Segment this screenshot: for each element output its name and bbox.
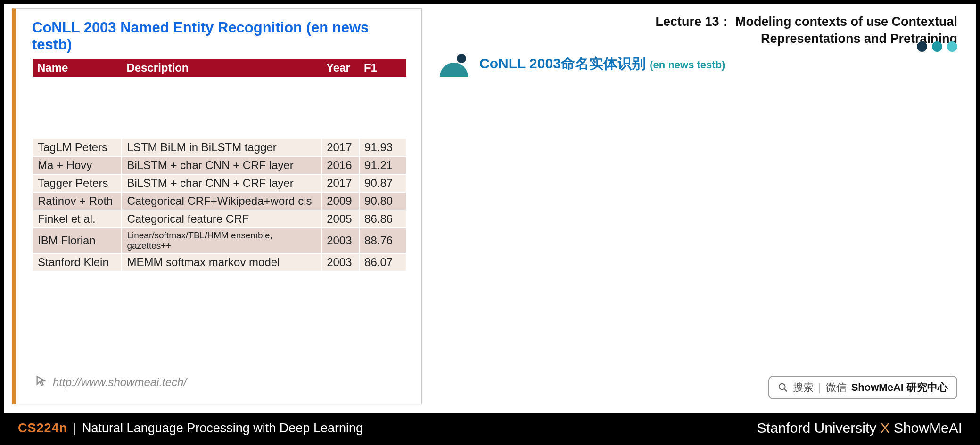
- table-cell: 2009: [321, 192, 359, 210]
- search-icon: [778, 382, 788, 393]
- footer-url-text: http://www.showmeai.tech/: [53, 376, 187, 389]
- header-f1: F1: [359, 59, 406, 77]
- table-spacer: [33, 77, 406, 138]
- search-source-label: 微信: [826, 380, 847, 395]
- dot-light: [947, 41, 957, 52]
- table-row: Ratinov + RothCategorical CRF+Wikipeda+w…: [33, 192, 406, 210]
- section-text-wrap: CoNLL 2003命名实体识别 (en news testb): [479, 54, 725, 73]
- table-cell: 86.07: [359, 253, 406, 271]
- lecture-title-line2: Representations and Pretraining: [449, 30, 957, 47]
- bar-separator: |: [73, 421, 76, 436]
- left-pane: CoNLL 2003 Named Entity Recognition (en …: [4, 4, 430, 413]
- header-year: Year: [321, 59, 359, 77]
- table-row: Tagger PetersBiLSTM + char CNN + CRF lay…: [33, 174, 406, 192]
- table-cell: MEMM softmax markov model: [122, 253, 321, 271]
- org-left: Stanford University: [757, 420, 876, 436]
- table-cell: 2003: [321, 228, 359, 253]
- lecture-title-line1: Lecture 13： Modeling contexts of use Con…: [449, 13, 957, 30]
- section-title-sub: (en news testb): [650, 59, 725, 71]
- section-title-main: CoNLL 2003命名实体识别: [479, 56, 646, 71]
- table-cell: 2003: [321, 253, 359, 271]
- table-row: Ma + HovyBiLSTM + char CNN + CRF layer20…: [33, 156, 406, 174]
- table-cell: 90.80: [359, 192, 406, 210]
- svg-point-0: [779, 384, 785, 390]
- search-strong: ShowMeAI 研究中心: [851, 380, 948, 395]
- table-cell: IBM Florian: [33, 228, 122, 253]
- section-heading: CoNLL 2003命名实体识别 (en news testb): [440, 51, 957, 77]
- search-box[interactable]: 搜索 | 微信 ShowMeAI 研究中心: [768, 376, 957, 399]
- table-row: Stanford KleinMEMM softmax markov model2…: [33, 253, 406, 271]
- table-cell: Ma + Hovy: [33, 156, 122, 174]
- table-cell: 2017: [321, 174, 359, 192]
- table-cell: 91.93: [359, 138, 406, 156]
- slide-canvas: CoNLL 2003 Named Entity Recognition (en …: [4, 4, 976, 413]
- table-cell: BiLSTM + char CNN + CRF layer: [122, 174, 321, 192]
- table-row: Finkel et al.Categorical feature CRF2005…: [33, 210, 406, 228]
- table-row: IBM FlorianLinear/softmax/TBL/HMM ensemb…: [33, 228, 406, 253]
- slide-title: CoNLL 2003 Named Entity Recognition (en …: [32, 19, 405, 53]
- cursor-icon: [35, 374, 48, 390]
- lecture-title: Lecture 13： Modeling contexts of use Con…: [449, 13, 957, 48]
- search-placeholder: 搜索: [793, 380, 814, 395]
- bottom-bar: CS224n | Natural Language Processing wit…: [4, 415, 976, 441]
- course-code: CS224n: [18, 421, 67, 436]
- right-pane: Lecture 13： Modeling contexts of use Con…: [430, 4, 976, 413]
- table-cell: Categorical feature CRF: [122, 210, 321, 228]
- embedded-slide: CoNLL 2003 Named Entity Recognition (en …: [12, 8, 422, 404]
- bottom-right: Stanford University X ShowMeAI: [757, 420, 962, 436]
- slide-footer: http://www.showmeai.tech/: [35, 374, 187, 390]
- table-cell: 90.87: [359, 174, 406, 192]
- dot-dark: [917, 41, 927, 52]
- table-cell: LSTM BiLM in BiLSTM tagger: [122, 138, 321, 156]
- ner-table: Name Description Year F1 TagLM PetersLST…: [32, 59, 407, 272]
- table-header-row: Name Description Year F1: [33, 59, 406, 77]
- table-cell: Categorical CRF+Wikipeda+word cls: [122, 192, 321, 210]
- x-separator: X: [881, 420, 890, 436]
- search-divider: |: [818, 381, 821, 394]
- table-cell: Ratinov + Roth: [33, 192, 122, 210]
- table-cell: BiLSTM + char CNN + CRF layer: [122, 156, 321, 174]
- table-cell: Stanford Klein: [33, 253, 122, 271]
- table-cell: Linear/softmax/TBL/HMM ensemble, gazette…: [122, 228, 321, 253]
- bottom-left: CS224n | Natural Language Processing wit…: [18, 421, 363, 436]
- svg-line-1: [784, 389, 787, 392]
- header-description: Description: [122, 59, 321, 77]
- course-name: Natural Language Processing with Deep Le…: [82, 421, 363, 436]
- section-icon: [440, 51, 473, 77]
- table-row: TagLM PetersLSTM BiLM in BiLSTM tagger20…: [33, 138, 406, 156]
- table-cell: 2017: [321, 138, 359, 156]
- table-cell: TagLM Peters: [33, 138, 122, 156]
- dot-teal: [932, 41, 942, 52]
- table-cell: 88.76: [359, 228, 406, 253]
- table-cell: 86.86: [359, 210, 406, 228]
- decorative-dots: [917, 41, 957, 52]
- table-cell: Tagger Peters: [33, 174, 122, 192]
- table-cell: 2016: [321, 156, 359, 174]
- table-cell: 91.21: [359, 156, 406, 174]
- header-name: Name: [33, 59, 122, 77]
- table-cell: Finkel et al.: [33, 210, 122, 228]
- org-right: ShowMeAI: [894, 420, 962, 436]
- table-cell: 2005: [321, 210, 359, 228]
